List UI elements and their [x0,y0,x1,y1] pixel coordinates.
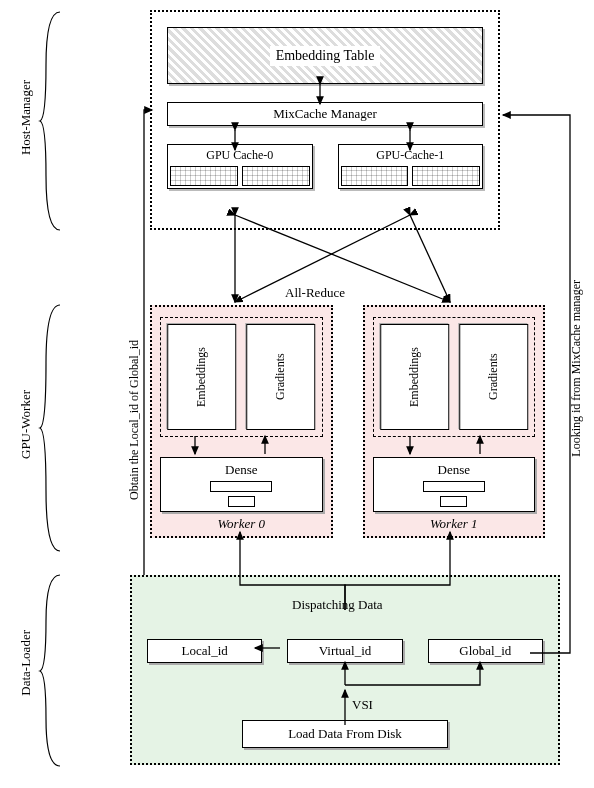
section-label-data: Data-Loader [18,630,34,696]
embeddings-1: Embeddings [380,324,449,430]
worker-0: Embeddings Gradients Dense Worker 0 [150,305,333,538]
looking-label: Looking id from MixCache manager [569,280,584,457]
all-reduce-label: All-Reduce [285,285,345,301]
section-label-gpu: GPU-Worker [18,390,34,459]
embeddings-0: Embeddings [167,324,236,430]
section-label-host: Host-Manager [18,80,34,155]
svg-line-4 [410,215,450,302]
gradients-0: Gradients [246,324,315,430]
